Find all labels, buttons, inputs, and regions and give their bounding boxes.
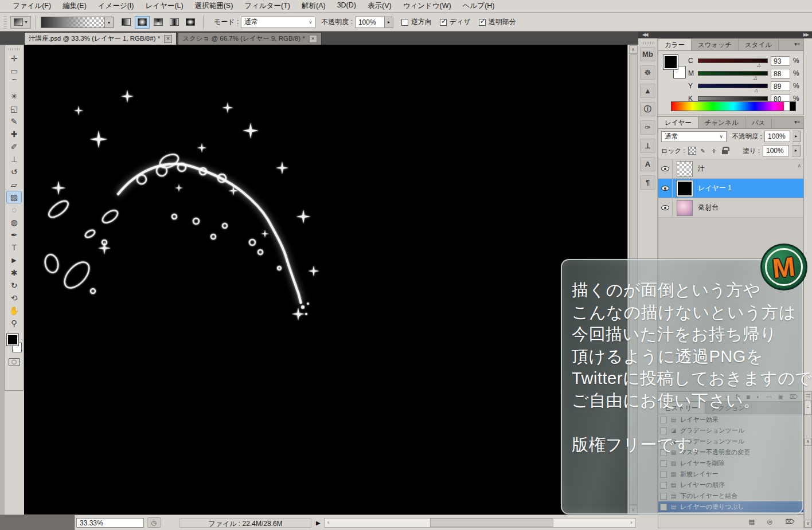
foreground-color-swatch[interactable]: [663, 55, 678, 69]
brush-presets-icon[interactable]: ✑: [640, 120, 655, 135]
scrollbar-track[interactable]: [333, 519, 627, 527]
visibility-toggle[interactable]: [658, 179, 673, 198]
scroll-up-icon[interactable]: ∧: [805, 438, 811, 446]
radial-gradient-button[interactable]: [135, 16, 150, 29]
hand-tool[interactable]: ✋: [6, 304, 22, 317]
white-swatch[interactable]: [784, 102, 790, 111]
healing-brush-tool[interactable]: ✚: [6, 128, 22, 140]
dodge-tool[interactable]: ◍: [6, 216, 22, 229]
foreground-color-swatch[interactable]: [7, 334, 18, 346]
lasso-tool[interactable]: ⌒: [6, 77, 22, 90]
layer-thumbnail[interactable]: [677, 180, 693, 197]
layer-row[interactable]: 発射台: [658, 198, 803, 218]
menu-analysis[interactable]: 解析(A): [296, 1, 331, 11]
character-icon[interactable]: A: [640, 157, 655, 171]
quick-mask-button[interactable]: ◯: [9, 358, 20, 366]
document-tab[interactable]: スクショ @ 66.7% (レイヤー 9, RGB/8) * ✕: [178, 32, 322, 45]
lock-all-icon[interactable]: [721, 147, 729, 155]
paragraph-icon[interactable]: ¶: [640, 175, 655, 190]
panel-tab[interactable]: パス: [745, 117, 772, 128]
gradient-tool[interactable]: ▨: [6, 191, 22, 203]
fill-input[interactable]: 100%: [763, 145, 789, 156]
lock-position-icon[interactable]: ✛: [710, 147, 718, 155]
3d-rotate-tool[interactable]: ↻: [6, 279, 22, 292]
brush-tool[interactable]: ✐: [6, 140, 22, 153]
status-expand-icon[interactable]: ▶: [316, 520, 321, 526]
opacity-spinner-arrow[interactable]: ▸: [793, 131, 801, 142]
zoom-level-input[interactable]: 33.33%: [76, 518, 144, 528]
scrollbar-thumb[interactable]: ≡: [805, 400, 811, 415]
new-document-from-state-icon[interactable]: ▤: [748, 518, 754, 525]
panel-tab[interactable]: スタイル: [739, 39, 779, 50]
opacity-input[interactable]: 100%: [355, 17, 385, 28]
panel-tab[interactable]: レイヤー: [658, 117, 698, 128]
mini-bridge-icon[interactable]: Mb: [640, 47, 655, 61]
layer-row[interactable]: レイヤー 1: [658, 179, 803, 198]
panel-menu-icon[interactable]: ▾≡: [791, 117, 803, 128]
scroll-up-icon[interactable]: ∧: [797, 163, 801, 168]
transparency-checkbox[interactable]: ✓ 透明部分: [479, 17, 516, 27]
path-selection-tool[interactable]: ►: [6, 254, 22, 266]
menu-3d[interactable]: 3D(D): [331, 1, 362, 11]
angle-gradient-button[interactable]: [151, 16, 166, 29]
scroll-left-icon[interactable]: ‹: [325, 519, 333, 527]
3d-orbit-tool[interactable]: ⟲: [6, 292, 22, 304]
clone-stamp-tool[interactable]: ⊥: [6, 153, 22, 166]
marquee-tool[interactable]: ▭: [6, 65, 22, 77]
tool-preset-picker[interactable]: ▾: [10, 16, 31, 29]
magic-wand-tool[interactable]: ✳: [6, 90, 22, 103]
scrollbar-thumb[interactable]: [430, 519, 553, 527]
canvas-horizontal-scrollbar[interactable]: ‹ ›: [324, 518, 636, 528]
slider-marker-icon[interactable]: △: [757, 62, 760, 68]
foreground-background-swatches[interactable]: [7, 334, 22, 352]
reverse-checkbox[interactable]: ✓ 逆方向: [401, 17, 432, 27]
scroll-up-icon[interactable]: ∧: [629, 45, 638, 54]
collapse-panels-icon[interactable]: ◀◀: [642, 32, 647, 38]
canvas[interactable]: [24, 45, 627, 515]
gradient-picker-arrow[interactable]: ▾: [105, 17, 114, 28]
menu-filter[interactable]: フィルター(T): [239, 1, 296, 11]
document-tab[interactable]: 汁講座.psd @ 33.3% (レイヤー 1, RGB/8#) * ✕: [24, 32, 177, 45]
reflected-gradient-button[interactable]: [167, 16, 182, 29]
slider-track[interactable]: △: [698, 71, 768, 76]
layer-row[interactable]: 汁: [658, 159, 803, 179]
blur-tool[interactable]: ◌: [6, 203, 22, 216]
opacity-spinner-arrow[interactable]: ▸: [385, 17, 393, 28]
channel-value-input[interactable]: 93: [771, 56, 790, 66]
delete-state-icon[interactable]: ⌦: [785, 518, 794, 525]
blend-mode-select[interactable]: 通常∨: [241, 17, 315, 28]
histogram-icon[interactable]: ▲: [640, 84, 655, 98]
status-clock-icon[interactable]: ◷: [147, 517, 161, 528]
scroll-down-icon[interactable]: ∨: [805, 520, 811, 528]
move-tool[interactable]: ✛: [6, 52, 22, 65]
menu-help[interactable]: ヘルプ(H): [457, 1, 501, 11]
channel-value-input[interactable]: 88: [771, 69, 790, 78]
pen-tool[interactable]: ✒: [6, 229, 22, 241]
layer-thumbnail[interactable]: [677, 200, 693, 216]
crop-tool[interactable]: ◱: [6, 103, 22, 115]
menu-window[interactable]: ウィンドウ(W): [397, 1, 457, 11]
dither-checkbox[interactable]: ✓ ディザ: [440, 17, 471, 27]
eraser-tool[interactable]: ▱: [6, 178, 22, 191]
fill-spinner-arrow[interactable]: ▸: [792, 145, 801, 156]
menu-edit[interactable]: 編集(E): [57, 1, 92, 11]
menu-image[interactable]: イメージ(I): [92, 1, 140, 11]
lock-transparent-pixels-icon[interactable]: [688, 147, 696, 155]
navigator-icon[interactable]: ☸: [640, 65, 655, 80]
slider-marker-icon[interactable]: △: [754, 88, 758, 93]
panel-menu-icon[interactable]: ▾≡: [791, 39, 803, 50]
linear-gradient-button[interactable]: [119, 16, 134, 29]
layer-blend-mode-select[interactable]: 通常∨: [661, 131, 727, 142]
panel-tab[interactable]: カラー: [658, 39, 692, 50]
diamond-gradient-button[interactable]: [183, 16, 198, 29]
layer-thumbnail[interactable]: [677, 161, 693, 177]
info-icon[interactable]: ⓘ: [640, 102, 655, 116]
menu-layer[interactable]: レイヤー(L): [140, 1, 189, 11]
close-icon[interactable]: ✕: [309, 35, 317, 43]
scroll-right-icon[interactable]: ›: [627, 519, 635, 527]
dock-vertical-scrollbar[interactable]: ≡ ∧ ∨: [804, 391, 812, 528]
zoom-tool[interactable]: ⚲: [6, 317, 22, 329]
black-swatch[interactable]: [790, 102, 795, 111]
visibility-toggle[interactable]: [658, 198, 673, 217]
slider-marker-icon[interactable]: △: [754, 75, 757, 80]
